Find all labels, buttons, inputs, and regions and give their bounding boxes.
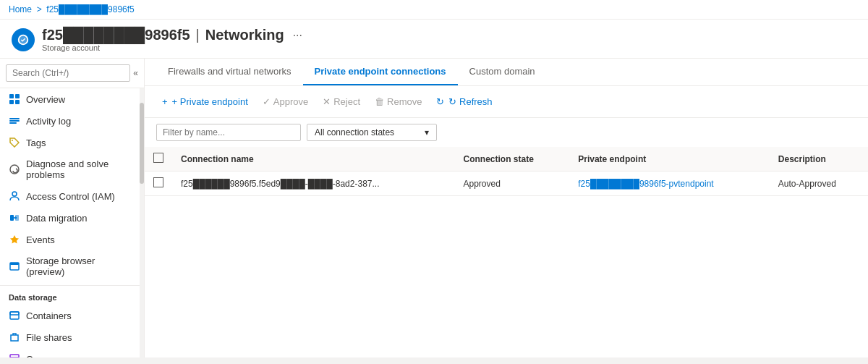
svg-rect-4 bbox=[15, 100, 20, 104]
connections-table: Connection name Connection state Private… bbox=[145, 147, 868, 196]
sidebar-item-diagnose[interactable]: Diagnose and solve problems bbox=[0, 153, 144, 185]
header-separator: | bbox=[196, 27, 200, 43]
svg-rect-1 bbox=[9, 94, 14, 98]
iam-icon bbox=[9, 190, 20, 202]
select-all-checkbox[interactable] bbox=[153, 153, 163, 163]
tab-firewalls[interactable]: Firewalls and virtual networks bbox=[156, 59, 303, 85]
svg-point-8 bbox=[12, 140, 13, 141]
browser-icon bbox=[9, 261, 20, 272]
private-endpoint-link[interactable]: f25████████9896f5-pvtendpoint bbox=[578, 179, 713, 189]
sidebar-item-iam[interactable]: Access Control (IAM) bbox=[0, 185, 144, 207]
dropdown-label: All connection states bbox=[315, 127, 394, 137]
sidebar-item-label: Tags bbox=[26, 137, 46, 148]
svg-point-10 bbox=[12, 192, 17, 196]
sidebar-item-label: File shares bbox=[26, 332, 72, 343]
svg-rect-5 bbox=[9, 118, 20, 119]
chevron-down-icon: ▾ bbox=[425, 127, 429, 137]
page-header: f25████████9896f5 | Networking ··· Stora… bbox=[0, 20, 868, 59]
svg-rect-17 bbox=[10, 355, 19, 357]
sidebar-item-label: Activity log bbox=[26, 116, 71, 127]
private-endpoint-cell[interactable]: f25████████9896f5-pvtendpoint bbox=[569, 172, 770, 196]
connection-name-cell: f25██████9896f5.f5ed9████-████-8ad2-387.… bbox=[172, 172, 454, 196]
diagnose-icon bbox=[9, 164, 20, 175]
remove-btn[interactable]: 🗑 Remove bbox=[369, 93, 427, 110]
approve-btn[interactable]: ✓ Approve bbox=[257, 93, 314, 110]
col-private-endpoint: Private endpoint bbox=[569, 147, 770, 172]
header-subtitle: Storage account bbox=[42, 43, 302, 52]
sidebar-item-label: Containers bbox=[26, 310, 72, 321]
events-icon bbox=[9, 234, 20, 245]
row-checkbox[interactable] bbox=[153, 177, 163, 187]
tabs-bar: Firewalls and virtual networks Private e… bbox=[145, 59, 868, 86]
sidebar-item-tags[interactable]: Tags bbox=[0, 132, 144, 153]
sidebar-search-input[interactable] bbox=[6, 64, 130, 82]
activity-icon bbox=[9, 115, 20, 127]
checkmark-icon: ✓ bbox=[263, 96, 271, 107]
content-area: Firewalls and virtual networks Private e… bbox=[145, 59, 868, 357]
sidebar-item-migration[interactable]: Data migration bbox=[0, 207, 144, 229]
sidebar-item-storage-browser[interactable]: Storage browser (preview) bbox=[0, 250, 144, 282]
description-cell: Auto-Approved bbox=[770, 172, 868, 196]
svg-rect-14 bbox=[10, 263, 19, 265]
plus-icon: + bbox=[162, 96, 168, 107]
sidebar-item-containers[interactable]: Containers bbox=[0, 305, 144, 326]
sidebar-item-label: Storage browser (preview) bbox=[26, 255, 135, 277]
migration-icon bbox=[9, 212, 20, 224]
header-icon bbox=[12, 28, 35, 51]
toolbar: + + Private endpoint ✓ Approve ✕ Reject … bbox=[145, 86, 868, 118]
tags-icon bbox=[9, 137, 20, 148]
sidebar: « Overview Activity log bbox=[0, 59, 145, 357]
sidebar-item-label: Diagnose and solve problems bbox=[26, 158, 135, 180]
sidebar-item-label: Data migration bbox=[26, 213, 88, 224]
sidebar-item-fileshares[interactable]: File shares bbox=[0, 326, 144, 348]
overview-icon bbox=[9, 93, 20, 105]
data-storage-section-label: Data storage bbox=[0, 285, 144, 305]
header-page: Networking bbox=[205, 27, 284, 43]
col-description: Description bbox=[770, 147, 868, 172]
breadcrumb-home[interactable]: Home bbox=[9, 4, 32, 14]
sidebar-item-queues[interactable]: Queues bbox=[0, 348, 144, 357]
connection-state-cell: Approved bbox=[454, 172, 569, 196]
col-connection-state: Connection state bbox=[454, 147, 569, 172]
header-more-btn[interactable]: ··· bbox=[293, 29, 302, 42]
svg-rect-6 bbox=[9, 120, 20, 122]
col-connection-name: Connection name bbox=[172, 147, 454, 172]
tab-private-endpoints[interactable]: Private endpoint connections bbox=[303, 59, 458, 85]
x-icon: ✕ bbox=[323, 96, 331, 107]
breadcrumb-resource[interactable]: f25████████9896f5 bbox=[46, 4, 134, 14]
refresh-btn[interactable]: ↻ ↻ Refresh bbox=[430, 93, 498, 110]
tab-custom-domain[interactable]: Custom domain bbox=[458, 59, 547, 85]
connection-state-dropdown[interactable]: All connection states ▾ bbox=[307, 124, 437, 141]
queues-icon bbox=[9, 353, 20, 357]
sidebar-collapse-btn[interactable]: « bbox=[133, 68, 138, 78]
header-title: f25████████9896f5 bbox=[42, 27, 190, 43]
filter-row: All connection states ▾ bbox=[145, 118, 868, 147]
svg-rect-2 bbox=[15, 94, 20, 98]
sidebar-item-label: Events bbox=[26, 234, 55, 245]
svg-rect-3 bbox=[9, 100, 14, 104]
reject-btn[interactable]: ✕ Reject bbox=[317, 93, 366, 110]
sidebar-item-label: Queues bbox=[26, 354, 59, 358]
svg-rect-16 bbox=[10, 312, 19, 315]
sidebar-item-label: Access Control (IAM) bbox=[26, 191, 115, 202]
add-private-endpoint-btn[interactable]: + + Private endpoint bbox=[156, 93, 254, 110]
sidebar-item-events[interactable]: Events bbox=[0, 229, 144, 250]
sidebar-item-activity-log[interactable]: Activity log bbox=[0, 110, 144, 132]
sidebar-item-label: Overview bbox=[26, 94, 65, 105]
containers-icon bbox=[9, 310, 20, 321]
svg-rect-15 bbox=[10, 312, 19, 319]
svg-rect-7 bbox=[9, 122, 17, 124]
filter-input[interactable] bbox=[156, 124, 301, 141]
refresh-icon: ↻ bbox=[436, 96, 444, 107]
breadcrumb: Home > f25████████9896f5 bbox=[0, 0, 868, 20]
fileshares-icon bbox=[9, 331, 20, 343]
sidebar-item-overview[interactable]: Overview bbox=[0, 88, 144, 110]
svg-rect-11 bbox=[10, 215, 14, 221]
trash-icon: 🗑 bbox=[375, 96, 384, 107]
table-row: f25██████9896f5.f5ed9████-████-8ad2-387.… bbox=[145, 172, 868, 196]
